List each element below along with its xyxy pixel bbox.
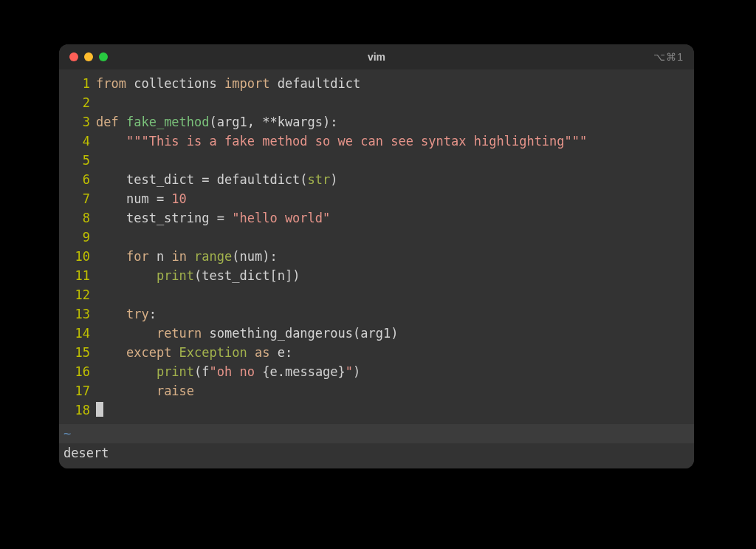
code-line[interactable]: 1from collections import defaultdict [59,74,694,93]
token: { [262,364,269,379]
line-number: 4 [59,132,96,151]
token: range [194,249,232,264]
zoom-icon[interactable] [99,52,108,61]
line-number: 18 [59,400,96,420]
titlebar: vim ⌥⌘1 [59,44,694,69]
code-line[interactable]: 18 [59,400,694,420]
code-content[interactable] [96,228,694,247]
token: test_dict = defaultdict( [96,172,308,187]
token: defaultdict [278,76,361,91]
code-line[interactable]: 7 num = 10 [59,189,694,208]
code-line[interactable]: 13 try: [59,304,694,324]
token: raise [157,383,194,398]
code-content[interactable]: for n in range(num): [96,247,694,266]
code-line[interactable]: 6 test_dict = defaultdict(str) [59,170,694,189]
window-shortcut: ⌥⌘1 [653,51,684,63]
token [96,364,157,379]
line-number: 9 [59,228,96,247]
code-line[interactable]: 4 """This is a fake method so we can see… [59,132,694,151]
token: except [126,345,179,360]
code-content[interactable]: return something_dangerous(arg1) [96,324,694,343]
token [96,307,126,321]
code-line[interactable]: 12 [59,285,694,304]
line-number: 14 [59,324,96,343]
vim-empty-line: ~ [59,424,694,443]
token: num = [96,191,171,206]
minimize-icon[interactable] [84,52,93,61]
token: try [126,307,149,321]
cursor-icon [96,402,103,417]
token: " [346,364,353,379]
close-icon[interactable] [69,52,78,61]
line-number: 16 [59,362,96,381]
token: e.message [269,364,337,379]
line-number: 7 [59,189,96,208]
editor-area[interactable]: 1from collections import defaultdict23de… [59,69,694,424]
token: as [255,345,278,360]
code-content[interactable] [96,151,694,170]
code-line[interactable]: 16 print(f"oh no {e.message}") [59,362,694,381]
line-number: 13 [59,304,96,324]
token [96,268,157,283]
token: str [308,172,331,187]
code-line[interactable]: 3def fake_method(arg1, **kwargs): [59,112,694,132]
code-line[interactable]: 2 [59,93,694,112]
token: ) [330,172,337,187]
code-content[interactable]: def fake_method(arg1, **kwargs): [96,112,694,132]
token [96,134,126,149]
token: (num): [232,249,277,264]
token: from [96,76,134,91]
code-line[interactable]: 9 [59,228,694,247]
code-content[interactable]: test_dict = defaultdict(str) [96,170,694,189]
line-number: 1 [59,74,96,93]
line-number: 11 [59,266,96,285]
line-number: 12 [59,285,96,304]
token [96,326,157,341]
code-content[interactable]: num = 10 [96,189,694,208]
token: in [171,249,194,264]
code-content[interactable]: print(test_dict[n]) [96,266,694,285]
token: """This is a fake method so we can see s… [126,134,587,149]
token: Exception [179,345,255,360]
code-content[interactable]: except Exception as e: [96,343,694,362]
line-number: 3 [59,112,96,132]
token: ) [353,364,360,379]
token: def [96,115,126,129]
code-line[interactable]: 14 return something_dangerous(arg1) [59,324,694,343]
token: } [338,364,346,379]
token: "hello world" [232,211,330,225]
code-content[interactable]: print(f"oh no {e.message}") [96,362,694,381]
terminal-window: vim ⌥⌘1 1from collections import default… [59,44,694,468]
line-number: 6 [59,170,96,189]
code-content[interactable]: try: [96,304,694,324]
code-content[interactable]: raise [96,381,694,400]
code-content[interactable]: """This is a fake method so we can see s… [96,132,694,151]
token [96,249,126,264]
code-line[interactable]: 11 print(test_dict[n]) [59,266,694,285]
code-content[interactable] [96,400,694,420]
code-content[interactable]: from collections import defaultdict [96,74,694,93]
code-content[interactable]: test_string = "hello world" [96,208,694,228]
code-content[interactable] [96,285,694,304]
token: : [149,307,157,321]
token: print [157,364,194,379]
code-line[interactable]: 10 for n in range(num): [59,247,694,266]
token: n [157,249,171,264]
token: something_dangerous(arg1) [210,326,399,341]
code-line[interactable]: 5 [59,151,694,170]
code-line[interactable]: 15 except Exception as e: [59,343,694,362]
token: for [126,249,157,264]
token: "oh no [210,364,263,379]
padding [59,463,694,468]
token: import [224,76,278,91]
line-number: 2 [59,93,96,112]
token: print [157,268,194,283]
code-line[interactable]: 17 raise [59,381,694,400]
code-content[interactable] [96,93,694,112]
vim-status-line: desert [59,443,694,463]
token [96,345,126,360]
token: 10 [171,191,186,206]
traffic-lights [69,52,108,61]
code-line[interactable]: 8 test_string = "hello world" [59,208,694,228]
token: fake_method [126,115,210,129]
